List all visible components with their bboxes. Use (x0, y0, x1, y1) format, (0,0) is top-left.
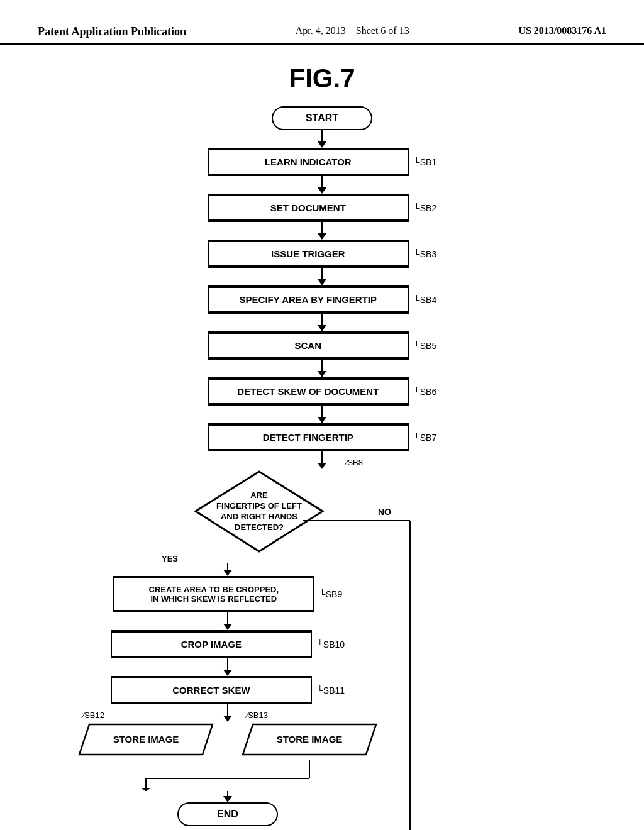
svg-text:FINGERTIPS OF LEFT: FINGERTIPS OF LEFT (216, 501, 302, 511)
sb2-process: SET DOCUMENT (208, 194, 409, 222)
header-center: Apr. 4, 2013 Sheet 6 of 13 (296, 25, 409, 36)
sb12-label: ∕SB12 (83, 711, 104, 720)
sb6-row: DETECT SKEW OF DOCUMENT └SB6 (208, 377, 436, 406)
start-terminal: START (272, 106, 372, 130)
sb7-process: DETECT FINGERTIP (208, 423, 409, 451)
date-label: Apr. 4, 2013 (296, 25, 346, 36)
arrow-sb9-sb10 (223, 612, 232, 630)
sb11-process: CORRECT SKEW (111, 676, 312, 704)
arrow-sb4-sb5 (318, 314, 326, 331)
sb3-process: ISSUE TRIGGER (208, 240, 409, 268)
sb5-process: SCAN (208, 331, 409, 360)
merge-svg (77, 760, 379, 791)
sb3-row: ISSUE TRIGGER └SB3 (208, 240, 436, 268)
sb5-row: SCAN └SB5 (208, 331, 436, 360)
sb9-label: └SB9 (319, 589, 342, 599)
sb10-label: └SB10 (317, 639, 345, 650)
diagram-area: FIG.7 START LEARN INDICATOR └SB1 SET DOC… (0, 45, 644, 826)
sb8-diamond-shape: ARE FINGERTIPS OF LEFT AND RIGHT HANDS D… (193, 469, 325, 554)
sb4-row: SPECIFY AREA BY FINGERTIP └SB4 (208, 285, 436, 314)
publication-label: Patent Application Publication (38, 25, 186, 38)
arrow-sb2-sb3 (318, 222, 326, 240)
arrow-sb6-sb7 (318, 406, 326, 423)
sheet-label: Sheet 6 of 13 (356, 25, 409, 36)
sb8-left-branch: ∕SB8 ARE FINGERTIPS OF LEFT AND RIGHT HA… (102, 469, 416, 563)
arrow-start-sb1 (318, 130, 326, 148)
sb13-shape: STORE IMAGE (240, 722, 379, 757)
yes-path: CREATE AREA TO BE CROPPED,IN WHICH SKEW … (102, 563, 353, 826)
sb6-label: └SB6 (414, 387, 436, 397)
arrow-sb7-sb8 (318, 451, 326, 469)
sb11-row: CORRECT SKEW └SB11 (111, 676, 345, 704)
svg-text:ARE: ARE (250, 490, 268, 500)
branch-layout: CREATE AREA TO BE CROPPED,IN WHICH SKEW … (102, 563, 542, 826)
sb8-decision-area: ∕SB8 ARE FINGERTIPS OF LEFT AND RIGHT HA… (102, 469, 542, 563)
sb3-label: └SB3 (414, 249, 436, 259)
sb4-process: SPECIFY AREA BY FINGERTIP (208, 285, 409, 314)
storage-row: ∕SB12 STORE IMAGE ∕SB13 STORE IMAGE (77, 722, 379, 760)
end-terminal: END (177, 802, 278, 826)
figure-title: FIG.7 (289, 64, 355, 94)
sb9-row: CREATE AREA TO BE CROPPED,IN WHICH SKEW … (113, 576, 342, 612)
arrow-sb3-sb4 (318, 268, 326, 285)
sb9-process: CREATE AREA TO BE CROPPED,IN WHICH SKEW … (113, 576, 314, 612)
sb1-row: LEARN INDICATOR └SB1 (208, 148, 436, 176)
sb11-label: └SB11 (317, 685, 345, 695)
sb1-label: └SB1 (414, 157, 436, 167)
sb13-storage: ∕SB13 STORE IMAGE (240, 722, 379, 760)
svg-marker-12 (142, 788, 150, 791)
sb7-row: DETECT FINGERTIP └SB7 (208, 423, 436, 451)
sb4-label: └SB4 (414, 295, 436, 305)
svg-text:AND RIGHT HANDS: AND RIGHT HANDS (221, 512, 297, 521)
end-row: END (177, 802, 278, 826)
sb12-shape: STORE IMAGE (77, 722, 215, 757)
flowchart: START LEARN INDICATOR └SB1 SET DOCUMENT … (70, 106, 574, 826)
sb8-label: ∕SB8 (346, 458, 363, 467)
sb10-process: CROP IMAGE (111, 630, 312, 658)
arrow-sb11-sb12 (223, 704, 232, 722)
svg-text:STORE IMAGE: STORE IMAGE (113, 734, 179, 744)
sb7-label: └SB7 (414, 433, 436, 443)
sb5-label: └SB5 (414, 341, 436, 351)
merge-arrows (77, 760, 379, 791)
patent-number: US 2013/0083176 A1 (518, 25, 606, 36)
arrow-sb10-sb11 (223, 658, 232, 676)
start-node: START (272, 106, 372, 130)
arrow-sb12-end (223, 791, 232, 802)
sb12-storage: ∕SB12 STORE IMAGE (77, 722, 215, 760)
arrow-sb1-sb2 (318, 176, 326, 194)
sb2-row: SET DOCUMENT └SB2 (208, 194, 436, 222)
sb8-diamond-row: ∕SB8 ARE FINGERTIPS OF LEFT AND RIGHT HA… (193, 469, 325, 554)
sb6-process: DETECT SKEW OF DOCUMENT (208, 377, 409, 406)
sb1-process: LEARN INDICATOR (208, 148, 409, 176)
sb10-row: CROP IMAGE └SB10 (111, 630, 345, 658)
sb13-label: ∕SB13 (247, 711, 268, 720)
arrow-sb8-sb9 (223, 563, 232, 576)
svg-text:DETECTED?: DETECTED? (235, 523, 284, 532)
svg-text:STORE IMAGE: STORE IMAGE (277, 734, 343, 744)
sb2-label: └SB2 (414, 203, 436, 213)
arrow-sb5-sb6 (318, 360, 326, 377)
yes-label: YES (162, 554, 178, 563)
no-label: NO (378, 507, 391, 517)
page-header: Patent Application Publication Apr. 4, 2… (0, 0, 644, 45)
